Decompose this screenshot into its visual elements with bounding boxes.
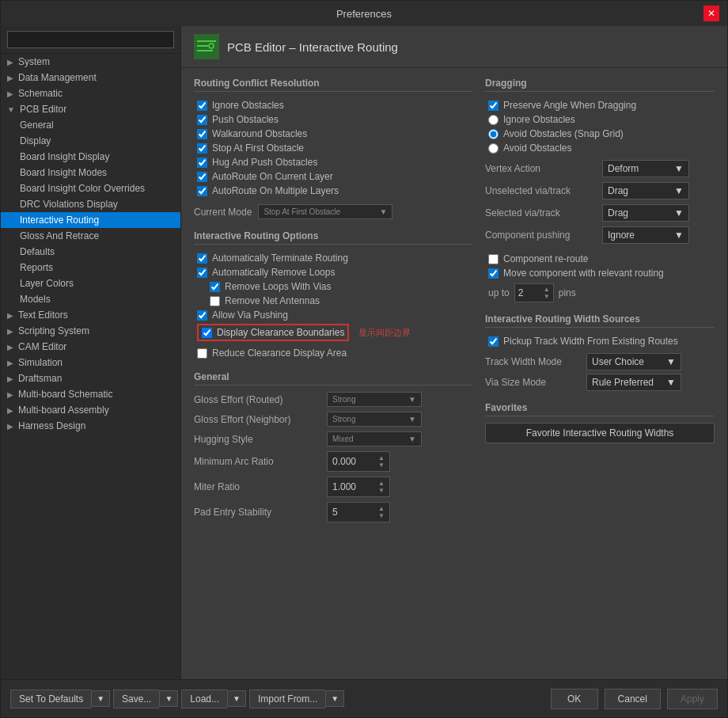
- set-to-defaults-arrow[interactable]: ▼: [91, 690, 110, 707]
- autoroute-current-layer-checkbox[interactable]: [197, 172, 207, 182]
- sidebar-item-data-management[interactable]: ▶ Data Management: [1, 70, 180, 85]
- left-column: Routing Conflict Resolution Ignore Obsta…: [194, 78, 472, 670]
- sidebar-item-multi-board-assembly[interactable]: ▶ Multi-board Assembly: [1, 402, 180, 418]
- walkaround-obstacles-checkbox[interactable]: [197, 129, 207, 139]
- set-to-defaults-button[interactable]: Set To Defaults: [10, 690, 91, 709]
- ok-button[interactable]: OK: [551, 689, 598, 709]
- component-reroute-checkbox[interactable]: [488, 254, 499, 264]
- sidebar-item-drc-violations-display[interactable]: DRC Violations Display: [1, 196, 180, 212]
- component-reroute-label[interactable]: Component re-route: [503, 253, 588, 264]
- ignore-obstacles-label[interactable]: Ignore Obstacles: [212, 100, 284, 111]
- walkaround-obstacles-label[interactable]: Walkaround Obstacles: [212, 128, 307, 139]
- sidebar-item-text-editors[interactable]: ▶ Text Editors: [1, 307, 180, 323]
- autoroute-multiple-layers-checkbox[interactable]: [197, 186, 207, 196]
- save-arrow[interactable]: ▼: [159, 690, 178, 707]
- auto-terminate-checkbox[interactable]: [197, 253, 207, 264]
- save-button[interactable]: Save...: [113, 690, 159, 709]
- preserve-angle-checkbox[interactable]: [488, 101, 499, 111]
- sidebar-item-board-insight-modes[interactable]: Board Insight Modes: [1, 165, 180, 180]
- auto-remove-loops-checkbox[interactable]: [197, 268, 207, 278]
- avoid-obstacles-snap-radio[interactable]: [488, 129, 499, 139]
- up-to-label: up to: [488, 287, 510, 298]
- sidebar-item-board-insight-color-overrides[interactable]: Board Insight Color Overrides: [1, 180, 180, 196]
- current-mode-dropdown[interactable]: Stop At First Obstacle ▼: [258, 204, 392, 219]
- search-input[interactable]: [7, 31, 174, 48]
- remove-loops-vias-label[interactable]: Remove Loops With Vias: [225, 281, 332, 292]
- sidebar-item-system[interactable]: ▶ System: [1, 54, 180, 70]
- sidebar-item-layer-colors[interactable]: Layer Colors: [1, 275, 180, 291]
- autoroute-current-layer-label[interactable]: AutoRoute On Current Layer: [212, 171, 333, 182]
- move-component-checkbox[interactable]: [488, 268, 499, 279]
- ignore-obstacles-radio-label[interactable]: Ignore Obstacles: [503, 114, 575, 125]
- gloss-effort-routed-dropdown[interactable]: Strong ▼: [327, 392, 422, 407]
- display-clearance-boundaries-checkbox[interactable]: [202, 328, 212, 338]
- hug-push-obstacles-label[interactable]: Hug And Push Obstacles: [212, 157, 317, 168]
- push-obstacles-label[interactable]: Push Obstacles: [212, 114, 279, 125]
- avoid-obstacles-label[interactable]: Avoid Obstacles: [503, 142, 572, 154]
- remove-net-antennas-checkbox[interactable]: [210, 296, 220, 306]
- sidebar-item-scripting-system[interactable]: ▶ Scripting System: [1, 323, 180, 339]
- selected-via-track-dropdown[interactable]: Drag ▼: [602, 204, 689, 222]
- sidebar-item-schematic[interactable]: ▶ Schematic: [1, 85, 180, 101]
- reduce-clearance-display-checkbox[interactable]: [197, 348, 207, 359]
- close-button[interactable]: ✕: [703, 6, 719, 21]
- load-arrow[interactable]: ▼: [227, 690, 246, 707]
- sidebar-item-interactive-routing[interactable]: Interactive Routing: [1, 212, 180, 228]
- ignore-obstacles-radio[interactable]: [488, 115, 499, 125]
- stop-at-first-obstacle-checkbox[interactable]: [197, 143, 207, 154]
- unselected-via-track-dropdown[interactable]: Drag ▼: [602, 182, 689, 199]
- autoroute-multiple-layers-label[interactable]: AutoRoute On Multiple Layers: [212, 185, 339, 196]
- stop-at-first-obstacle-label[interactable]: Stop At First Obstacle: [212, 142, 304, 154]
- sidebar-item-harness-design[interactable]: ▶ Harness Design: [1, 418, 180, 434]
- ignore-obstacles-checkbox[interactable]: [197, 101, 207, 111]
- cancel-button[interactable]: Cancel: [605, 689, 661, 709]
- reduce-clearance-display-label[interactable]: Reduce Clearance Display Area: [212, 348, 347, 359]
- sidebar-item-display[interactable]: Display: [1, 133, 180, 149]
- avoid-obstacles-radio[interactable]: [488, 143, 499, 154]
- component-pushing-dropdown[interactable]: Ignore ▼: [602, 226, 689, 244]
- expand-arrow: ▶: [7, 327, 13, 336]
- miter-ratio-input[interactable]: 1.000 ▲▼: [327, 477, 390, 497]
- import-from-arrow[interactable]: ▼: [325, 690, 344, 707]
- remove-net-antennas-label[interactable]: Remove Net Antennas: [225, 295, 320, 306]
- sidebar-item-board-insight-display[interactable]: Board Insight Display: [1, 149, 180, 165]
- auto-remove-loops-label[interactable]: Automatically Remove Loops: [212, 267, 335, 278]
- preserve-angle-label[interactable]: Preserve Angle When Dragging: [503, 100, 636, 111]
- display-clearance-boundaries-label[interactable]: Display Clearance Boundaries: [217, 327, 344, 338]
- hug-push-obstacles-checkbox[interactable]: [197, 158, 207, 168]
- allow-via-pushing-checkbox[interactable]: [197, 310, 207, 321]
- min-arc-ratio-input[interactable]: 0.000 ▲▼: [327, 451, 390, 472]
- push-obstacles-checkbox[interactable]: [197, 115, 207, 125]
- apply-button[interactable]: Apply: [667, 689, 718, 709]
- unselected-via-track-row: Unselected via/track Drag ▼: [485, 182, 715, 199]
- gloss-effort-neighbor-dropdown[interactable]: Strong ▼: [327, 412, 422, 427]
- sidebar-item-gloss-and-retrace[interactable]: Gloss And Retrace: [1, 228, 180, 244]
- allow-via-pushing-label[interactable]: Allow Via Pushing: [212, 310, 288, 321]
- load-button[interactable]: Load...: [181, 690, 227, 709]
- sidebar-item-reports[interactable]: Reports: [1, 260, 180, 275]
- pickup-track-label[interactable]: Pickup Track Width From Existing Routes: [503, 336, 678, 347]
- pad-entry-stability-input[interactable]: 5 ▲▼: [327, 502, 390, 522]
- auto-terminate-label[interactable]: Automatically Terminate Routing: [212, 253, 348, 264]
- sidebar-item-models[interactable]: Models: [1, 291, 180, 307]
- pickup-track-checkbox[interactable]: [488, 336, 499, 347]
- track-width-mode-dropdown[interactable]: User Choice ▼: [586, 353, 681, 370]
- hugging-style-dropdown[interactable]: Mixed ▼: [327, 431, 422, 446]
- sidebar-item-cam-editor[interactable]: ▶ CAM Editor: [1, 339, 180, 355]
- sidebar-item-draftsman[interactable]: ▶ Draftsman: [1, 370, 180, 386]
- up-to-spinner[interactable]: 2 ▲▼: [514, 283, 554, 302]
- favorite-routing-widths-button[interactable]: Favorite Interactive Routing Widths: [485, 423, 715, 443]
- import-from-button[interactable]: Import From...: [249, 690, 325, 709]
- via-size-mode-dropdown[interactable]: Rule Preferred ▼: [586, 374, 681, 391]
- sidebar-item-defaults[interactable]: Defaults: [1, 244, 180, 260]
- remove-loops-vias-checkbox[interactable]: [210, 282, 220, 292]
- move-component-label[interactable]: Move component with relevant routing: [503, 268, 664, 279]
- sidebar-item-simulation[interactable]: ▶ Simulation: [1, 355, 180, 370]
- vertex-action-dropdown[interactable]: Deform ▼: [602, 160, 689, 177]
- avoid-obstacles-snap-label[interactable]: Avoid Obstacles (Snap Grid): [503, 128, 624, 139]
- sidebar-item-general[interactable]: General: [1, 117, 180, 133]
- dropdown-arrow: ▼: [408, 395, 416, 404]
- expand-arrow: ▶: [7, 343, 13, 351]
- sidebar-item-multi-board-schematic[interactable]: ▶ Multi-board Schematic: [1, 386, 180, 402]
- sidebar-item-pcb-editor[interactable]: ▼ PCB Editor: [1, 101, 180, 117]
